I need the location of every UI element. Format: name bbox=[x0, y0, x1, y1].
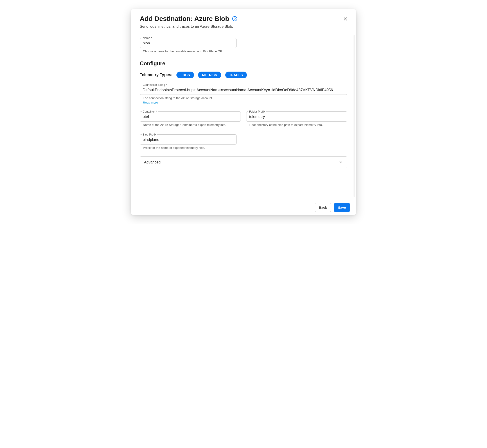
close-icon[interactable] bbox=[343, 16, 348, 22]
save-button[interactable]: Save bbox=[334, 203, 350, 212]
help-icon[interactable]: ? bbox=[232, 16, 237, 21]
modal-body: Name * Choose a name for the reusable re… bbox=[131, 32, 356, 200]
blob-prefix-help: Prefix for the name of exported telemetr… bbox=[143, 146, 236, 150]
scrollbar-track[interactable] bbox=[353, 35, 355, 197]
chip-logs[interactable]: LOGS bbox=[176, 72, 194, 78]
container-input[interactable] bbox=[140, 113, 241, 121]
telemetry-types-label: Telemetry Types: bbox=[140, 72, 172, 77]
container-label: Container * bbox=[142, 110, 158, 113]
connection-string-label: Connection String * bbox=[142, 83, 168, 87]
folder-prefix-label: Folder Prefix bbox=[248, 110, 266, 113]
name-help: Choose a name for the reusable resource … bbox=[143, 49, 236, 54]
modal-header: Add Destination: Azure Blob ? Send logs,… bbox=[131, 9, 356, 32]
name-label: Name * bbox=[142, 36, 153, 40]
add-destination-modal: Add Destination: Azure Blob ? Send logs,… bbox=[131, 9, 356, 215]
folder-prefix-help: Root directory of the blob path to expor… bbox=[249, 123, 347, 127]
chevron-down-icon bbox=[339, 160, 343, 165]
connection-string-input[interactable] bbox=[140, 87, 347, 95]
container-field-wrap: Container * bbox=[140, 110, 241, 121]
advanced-accordion[interactable]: Advanced bbox=[140, 156, 347, 168]
modal-title: Add Destination: Azure Blob bbox=[140, 15, 229, 23]
blob-prefix-input[interactable] bbox=[140, 136, 236, 144]
folder-prefix-field-wrap: Folder Prefix bbox=[246, 110, 347, 121]
configure-heading: Configure bbox=[140, 60, 347, 67]
advanced-label: Advanced bbox=[144, 160, 160, 164]
telemetry-types-row: Telemetry Types: LOGS METRICS TRACES bbox=[140, 72, 347, 78]
connection-string-help: The connection string to the Azure Stora… bbox=[143, 96, 347, 100]
name-field-wrap: Name * bbox=[140, 36, 236, 48]
connection-string-read-more-link[interactable]: Read more bbox=[143, 101, 347, 104]
blob-prefix-field-wrap: Blob Prefix bbox=[140, 133, 236, 144]
container-help: Name of the Azure Storage Container to e… bbox=[143, 123, 241, 127]
modal-subtitle: Send logs, metrics, and traces to an Azu… bbox=[140, 24, 347, 29]
chip-metrics[interactable]: METRICS bbox=[198, 72, 221, 78]
name-input[interactable] bbox=[140, 40, 236, 48]
chip-traces[interactable]: TRACES bbox=[225, 72, 247, 78]
folder-prefix-input[interactable] bbox=[246, 113, 347, 121]
modal-footer: Back Save bbox=[131, 200, 356, 215]
connection-string-field-wrap: Connection String * bbox=[140, 83, 347, 95]
back-button[interactable]: Back bbox=[315, 203, 331, 212]
blob-prefix-label: Blob Prefix bbox=[142, 133, 157, 136]
